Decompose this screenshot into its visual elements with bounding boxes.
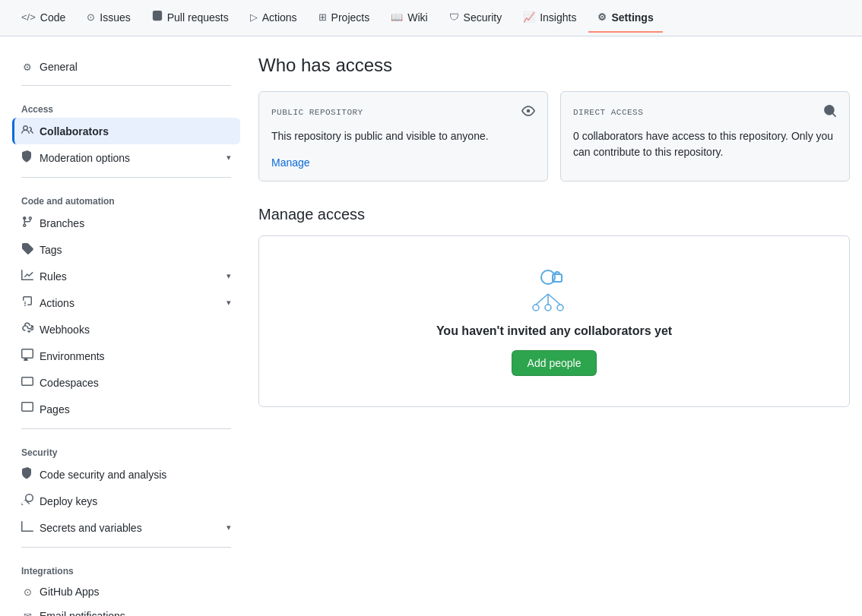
actions-sidebar-icon	[21, 295, 33, 310]
sidebar-divider-2	[21, 177, 231, 178]
sidebar-divider-3	[21, 428, 231, 429]
sidebar-item-collaborators[interactable]: Collaborators	[12, 118, 240, 144]
sidebar-item-email[interactable]: ✉ Email notifications	[12, 604, 240, 616]
manage-access-box: You haven't invited any collaborators ye…	[258, 235, 850, 407]
manage-access-title: Manage access	[258, 206, 850, 223]
sidebar-section-code-automation: Code and automation	[12, 184, 240, 210]
tags-icon	[21, 242, 33, 257]
code-security-icon	[21, 467, 33, 482]
svg-line-2	[536, 294, 548, 305]
moderation-icon	[21, 150, 33, 165]
secrets-icon	[21, 520, 33, 535]
sidebar-section-integrations: Integrations	[12, 554, 240, 580]
settings-icon: ⚙	[597, 11, 607, 23]
sidebar-general[interactable]: ⚙ General	[12, 55, 240, 79]
sidebar-item-branches[interactable]: Branches	[12, 210, 240, 236]
add-people-button[interactable]: Add people	[512, 350, 597, 376]
page-title: Who has access	[258, 55, 850, 76]
nav-projects[interactable]: ⊞ Projects	[309, 4, 379, 33]
collab-icon	[524, 267, 585, 312]
sidebar-item-code-security[interactable]: Code security and analysis	[12, 461, 240, 488]
github-apps-icon: ⊙	[21, 586, 33, 598]
person-search-icon	[823, 104, 837, 121]
branches-icon	[21, 216, 33, 230]
sidebar-section-security: Security	[12, 435, 240, 461]
sidebar: ⚙ General Access Collaborators Moderatio…	[12, 55, 240, 616]
sidebar-item-moderation[interactable]: Moderation options ▾	[12, 144, 240, 171]
collaborators-icon	[21, 124, 33, 138]
pr-icon	[152, 11, 163, 24]
insights-icon: 📈	[523, 11, 535, 23]
nav-pull-requests[interactable]: Pull requests	[143, 3, 238, 33]
sidebar-divider-4	[21, 547, 231, 548]
sidebar-item-github-apps[interactable]: ⊙ GitHub Apps	[12, 580, 240, 604]
svg-line-4	[548, 294, 560, 305]
access-cards: PUBLIC REPOSITORY This repository is pub…	[258, 91, 850, 182]
direct-access-text: 0 collaborators have access to this repo…	[573, 128, 837, 160]
actions-arrow-icon: ▾	[227, 298, 231, 308]
direct-access-card: DIRECT ACCESS 0 collaborators have acces…	[560, 91, 850, 182]
wiki-icon: 📖	[391, 11, 403, 23]
rules-icon	[21, 269, 33, 283]
actions-icon: ▷	[250, 11, 258, 23]
nav-code[interactable]: </> Code	[12, 4, 74, 33]
webhooks-icon	[21, 322, 33, 336]
sidebar-item-tags[interactable]: Tags	[12, 236, 240, 263]
sidebar-item-environments[interactable]: Environments	[12, 343, 240, 369]
projects-icon: ⊞	[318, 11, 327, 23]
svg-point-6	[545, 305, 551, 311]
nav-wiki[interactable]: 📖 Wiki	[382, 4, 436, 33]
sidebar-item-actions[interactable]: Actions ▾	[12, 289, 240, 316]
svg-point-5	[533, 305, 539, 311]
public-repo-label: PUBLIC REPOSITORY	[271, 108, 363, 117]
security-icon: 🛡	[449, 11, 459, 23]
main-layout: ⚙ General Access Collaborators Moderatio…	[0, 36, 862, 616]
rules-arrow-icon: ▾	[227, 271, 231, 281]
direct-access-label: DIRECT ACCESS	[573, 108, 643, 117]
sidebar-item-pages[interactable]: Pages	[12, 396, 240, 422]
general-icon: ⚙	[21, 62, 33, 73]
environments-icon	[21, 349, 33, 363]
nav-issues[interactable]: ⊙ Issues	[78, 4, 139, 33]
public-repo-card: PUBLIC REPOSITORY This repository is pub…	[258, 91, 548, 182]
nav-insights[interactable]: 📈 Insights	[514, 4, 585, 33]
moderation-arrow-icon: ▾	[227, 153, 231, 163]
nav-actions[interactable]: ▷ Actions	[241, 4, 306, 33]
codespaces-icon	[21, 375, 33, 390]
sidebar-divider-1	[21, 85, 231, 86]
sidebar-item-deploy-keys[interactable]: Deploy keys	[12, 488, 240, 514]
nav-security[interactable]: 🛡 Security	[440, 4, 512, 33]
top-nav: </> Code ⊙ Issues Pull requests ▷ Action…	[0, 0, 862, 36]
sidebar-section-access: Access	[12, 92, 240, 118]
eye-icon	[521, 104, 535, 121]
main-content: Who has access PUBLIC REPOSITORY This re…	[258, 55, 850, 616]
sidebar-item-secrets[interactable]: Secrets and variables ▾	[12, 514, 240, 541]
empty-collab-message: You haven't invited any collaborators ye…	[436, 324, 672, 338]
issues-icon: ⊙	[87, 11, 95, 23]
nav-settings[interactable]: ⚙ Settings	[588, 4, 662, 33]
sidebar-item-codespaces[interactable]: Codespaces	[12, 369, 240, 396]
sidebar-item-webhooks[interactable]: Webhooks	[12, 316, 240, 343]
deploy-keys-icon	[21, 494, 33, 508]
manage-link[interactable]: Manage	[271, 156, 310, 169]
public-repo-text: This repository is public and visible to…	[271, 128, 535, 144]
svg-point-7	[557, 305, 563, 311]
email-icon: ✉	[21, 611, 33, 617]
secrets-arrow-icon: ▾	[227, 523, 231, 532]
pages-icon	[21, 402, 33, 416]
sidebar-item-rules[interactable]: Rules ▾	[12, 263, 240, 289]
code-icon: </>	[21, 11, 36, 23]
